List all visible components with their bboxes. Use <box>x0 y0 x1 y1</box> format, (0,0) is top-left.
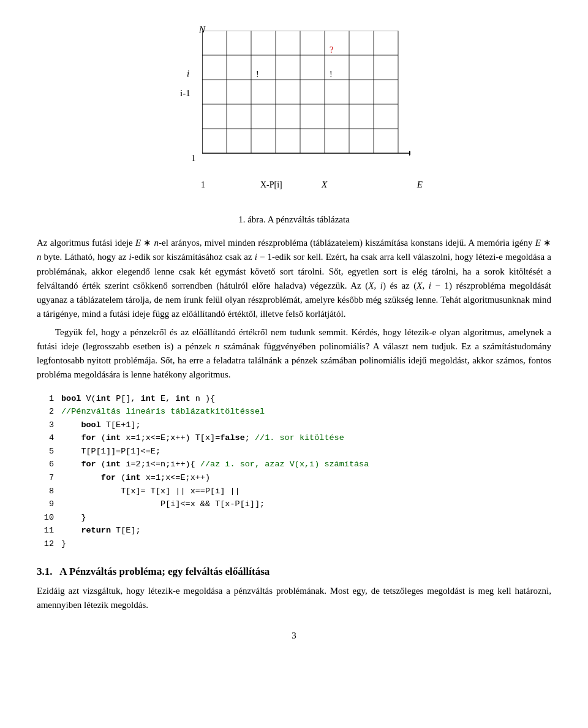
line-number-10: 10 <box>37 511 54 525</box>
section-heading: 3.1. A Pénzváltás probléma; egy felváltá… <box>37 566 551 578</box>
line-number-11: 11 <box>37 524 54 537</box>
axis-i1-label: i-1 <box>180 88 190 99</box>
line-number-2: 2 <box>37 405 54 419</box>
chart-area: N i i-1 1 <box>37 18 551 208</box>
line-number-9: 9 <box>37 498 54 511</box>
line-number-5: 5 <box>37 445 54 458</box>
line-content-1: bool V(int P[], int E, int n ){ <box>61 392 215 406</box>
code-line-12: 12 } <box>37 537 551 551</box>
axis-x-label: X <box>322 180 327 190</box>
line-content-10: } <box>61 511 86 525</box>
section-title: A Pénzváltás probléma; egy felváltás elő… <box>59 566 270 577</box>
chart-inner: N i i-1 1 <box>165 25 423 208</box>
axis-xpi-label: X-P[i] <box>260 180 282 190</box>
line-content-5: T[P[1]]=P[1]<=E; <box>61 445 160 458</box>
paragraph-2: Tegyük fel, hogy a pénzekről és az előál… <box>37 325 551 382</box>
line-number-12: 12 <box>37 537 54 551</box>
line-number-6: 6 <box>37 458 54 471</box>
code-line-8: 8 T[x]= T[x] || x==P[i] || <box>37 485 551 498</box>
chart-caption: 1. ábra. A pénzváltás táblázata <box>37 214 551 225</box>
line-content-12: } <box>61 537 66 551</box>
line-number-8: 8 <box>37 485 54 498</box>
svg-marker-16 <box>409 151 410 156</box>
line-number-1: 1 <box>37 392 54 406</box>
code-line-5: 5 T[P[1]]=P[1]<=E; <box>37 445 551 458</box>
axis-e-label: E <box>417 180 423 190</box>
code-line-2: 2 //Pénzváltás lineáris táblázatkitöltés… <box>37 405 551 419</box>
section-text: Ezidáig azt vizsgáltuk, hogy létezik-e m… <box>37 586 551 610</box>
code-block: 1 bool V(int P[], int E, int n ){ 2 //Pé… <box>37 392 551 551</box>
line-content-6: for (int i=2;i<=n;i++){ //az i. sor, aza… <box>61 458 369 471</box>
paragraph-2-text: Tegyük fel, hogy a pénzekről és az előál… <box>37 327 551 380</box>
paragraph-1-text: Az algoritmus futási ideje E ∗ n-el arán… <box>37 238 551 319</box>
section-paragraph: Ezidáig azt vizsgáltuk, hogy létezik-e m… <box>37 584 551 613</box>
paragraph-1: Az algoritmus futási ideje E ∗ n-el arán… <box>37 236 551 322</box>
svg-text:!: ! <box>330 70 333 79</box>
section-number: 3.1. <box>37 566 53 577</box>
line-content-9: P[i]<=x && T[x-P[i]]; <box>61 498 265 511</box>
line-number-7: 7 <box>37 471 54 485</box>
code-line-7: 7 for (int x=1;x<=E;x++) <box>37 471 551 485</box>
axis-i-label: i <box>187 69 189 79</box>
code-line-1: 1 bool V(int P[], int E, int n ){ <box>37 392 551 406</box>
grid-svg: ! ! ? <box>202 31 410 178</box>
line-content-3: bool T[E+1]; <box>61 419 141 432</box>
code-line-11: 11 return T[E]; <box>37 524 551 537</box>
line-number-3: 3 <box>37 419 54 432</box>
line-content-8: T[x]= T[x] || x==P[i] || <box>61 485 240 498</box>
svg-text:!: ! <box>256 70 259 79</box>
axis-1-bottom-label: 1 <box>201 180 205 190</box>
code-line-10: 10 } <box>37 511 551 525</box>
line-content-2: //Pénzváltás lineáris táblázatkitöltésse… <box>61 405 265 419</box>
code-line-4: 4 for (int x=1;x<=E;x++) T[x]=false; //1… <box>37 431 551 445</box>
line-content-7: for (int x=1;x<=E;x++) <box>61 471 210 485</box>
line-content-11: return T[E]; <box>61 524 141 537</box>
page-number: 3 <box>37 631 551 641</box>
code-line-3: 3 bool T[E+1]; <box>37 419 551 432</box>
line-number-4: 4 <box>37 431 54 445</box>
code-line-9: 9 P[i]<=x && T[x-P[i]]; <box>37 498 551 511</box>
line-content-4: for (int x=1;x<=E;x++) T[x]=false; //1. … <box>61 431 344 445</box>
svg-text:?: ? <box>330 45 333 55</box>
grid-area: ! ! ? <box>202 31 410 178</box>
axis-1-left-label: 1 <box>191 153 196 164</box>
code-line-6: 6 for (int i=2;i<=n;i++){ //az i. sor, a… <box>37 458 551 471</box>
